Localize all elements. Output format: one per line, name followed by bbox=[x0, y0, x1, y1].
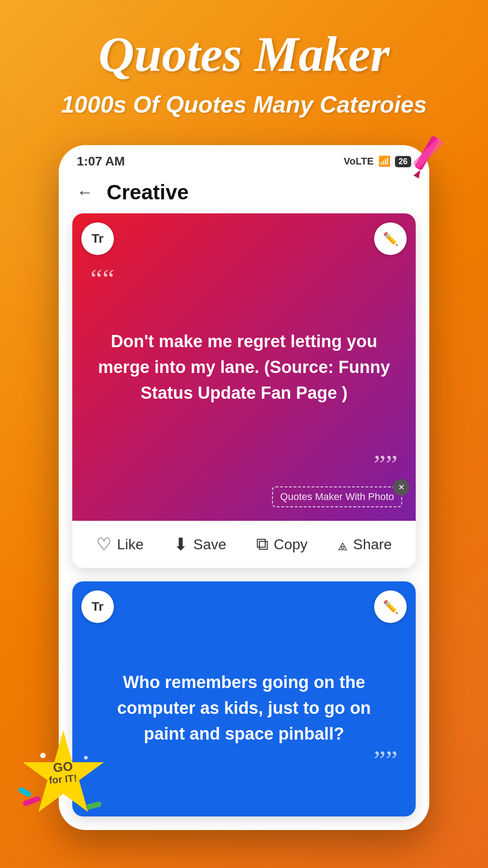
copy-label: Copy bbox=[274, 536, 308, 553]
save-icon: ⬇ bbox=[174, 534, 188, 554]
close-quote-mark: ”” bbox=[374, 449, 398, 480]
signal-icon: 📶 bbox=[378, 156, 390, 167]
card2-background: Tr ✏️ Who remembers going on the compute… bbox=[72, 581, 416, 816]
font-style-button[interactable]: Tr bbox=[81, 222, 114, 255]
edit-button[interactable]: ✏️ bbox=[374, 222, 407, 255]
svg-rect-6 bbox=[85, 801, 102, 811]
status-time: 1:07 AM bbox=[77, 154, 125, 169]
share-label: Share bbox=[353, 536, 392, 553]
watermark-text: Quotes Maker With Photo bbox=[280, 491, 394, 503]
copy-button[interactable]: ⧉ Copy bbox=[256, 534, 308, 554]
save-label: Save bbox=[193, 536, 226, 553]
font-style-button-2[interactable]: Tr bbox=[81, 590, 114, 623]
edit-button-2[interactable]: ✏️ bbox=[374, 590, 407, 623]
watermark-close-button[interactable]: ✕ bbox=[393, 479, 409, 495]
decoration-pen bbox=[400, 131, 454, 187]
like-label: Like bbox=[117, 536, 144, 553]
status-bar: 1:07 AM VoLTE 📶 26 bbox=[59, 145, 429, 173]
app-subtitle: 1000s Of Quotes Many Cateroies bbox=[61, 91, 427, 118]
svg-rect-5 bbox=[18, 786, 32, 797]
go-for-it-sticker: GO for IT! bbox=[14, 726, 104, 827]
watermark-badge: Quotes Maker With Photo ✕ bbox=[272, 486, 402, 507]
edit-icon-2: ✏️ bbox=[383, 599, 399, 614]
quote-text-2: Who remembers going on the computer as k… bbox=[95, 670, 393, 747]
svg-rect-1 bbox=[413, 137, 444, 169]
app-title: Quotes Maker bbox=[99, 27, 390, 82]
quote-text-1: Don't make me regret letting you merge i… bbox=[95, 329, 393, 406]
save-button[interactable]: ⬇ Save bbox=[174, 534, 226, 554]
heart-icon: ♡ bbox=[96, 534, 112, 554]
quote-card-2: Tr ✏️ Who remembers going on the compute… bbox=[72, 581, 416, 816]
svg-point-10 bbox=[84, 756, 88, 760]
share-icon: ⟁ bbox=[338, 535, 348, 554]
nav-bar: ← Creative bbox=[59, 173, 429, 213]
card1-background: Tr ✏️ ““ Don't make me regret letting yo… bbox=[72, 213, 416, 521]
svg-point-9 bbox=[40, 753, 46, 758]
open-quote-mark: ““ bbox=[90, 263, 114, 294]
copy-icon: ⧉ bbox=[256, 534, 268, 554]
vo-lte-icon: VoLTE bbox=[344, 156, 374, 167]
phone-mockup: 1:07 AM VoLTE 📶 26 ← Creative Tr ✏️ bbox=[59, 145, 429, 830]
action-bar: ♡ Like ⬇ Save ⧉ Copy ⟁ Share bbox=[72, 521, 416, 568]
quote-card-1: Tr ✏️ ““ Don't make me regret letting yo… bbox=[72, 213, 416, 568]
page-title: Creative bbox=[107, 180, 189, 204]
share-button[interactable]: ⟁ Share bbox=[338, 535, 392, 554]
back-button[interactable]: ← bbox=[77, 183, 93, 202]
svg-rect-4 bbox=[22, 796, 41, 807]
close-quote-mark-2: ”” bbox=[374, 745, 398, 776]
edit-icon: ✏️ bbox=[383, 231, 399, 246]
like-button[interactable]: ♡ Like bbox=[96, 534, 144, 554]
svg-marker-2 bbox=[413, 168, 423, 179]
